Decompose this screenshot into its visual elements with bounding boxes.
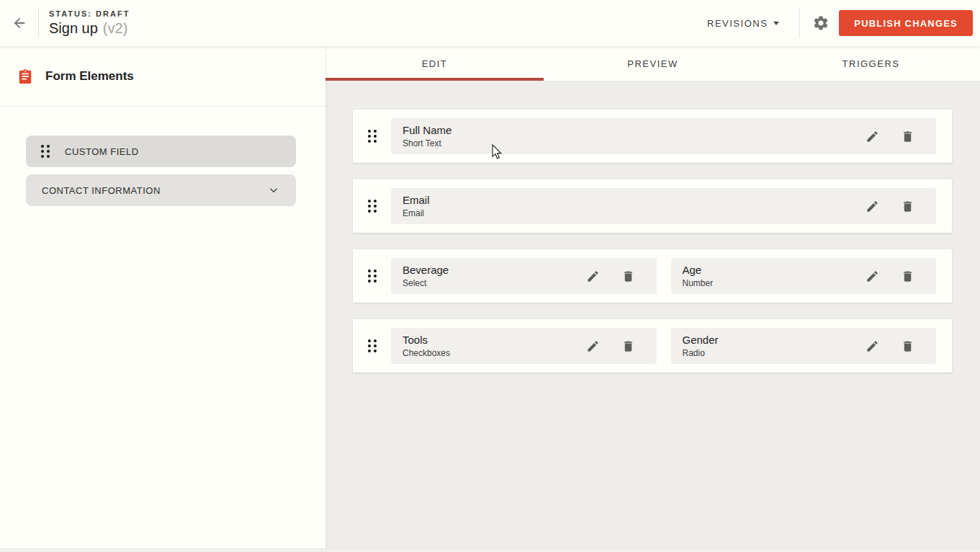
field-panel: Gender Radio [671,328,937,364]
trash-icon [621,339,635,353]
pencil-icon [586,270,600,283]
form-field-row: Full Name Short Text [353,110,952,163]
field-title: Email [403,194,430,206]
trash-icon [901,270,914,283]
pencil-icon [866,270,879,283]
trash-icon [901,130,914,143]
field-panel: Full Name Short Text [391,118,936,154]
drag-handle-icon [368,200,377,213]
row-drag-handle[interactable] [353,270,391,282]
edit-field-button[interactable] [866,200,879,213]
delete-field-button[interactable] [901,200,914,213]
delete-field-button[interactable] [901,339,914,353]
status-badge: STATUS: DRAFT [49,9,130,18]
sidebar-header: Form Elements [0,46,325,107]
tab-label: EDIT [422,58,448,69]
sidebar-item-label: CONTACT INFORMATION [42,185,161,196]
tab-edit[interactable]: EDIT [325,46,544,81]
edit-field-button[interactable] [866,270,879,283]
drag-handle-icon [368,270,377,282]
horizontal-scrollbar[interactable] [0,548,980,552]
row-drag-handle[interactable] [353,339,391,352]
field-panels: Email Email [391,188,936,224]
pencil-icon [866,200,879,213]
settings-button[interactable] [812,14,830,32]
sidebar-title: Form Elements [45,69,134,84]
pencil-icon [866,130,879,143]
pencil-icon [866,339,879,353]
field-title: Gender [683,334,719,346]
drag-handle-icon [368,339,377,352]
field-panels: Beverage Select Age Number [391,258,936,294]
chevron-down-icon [267,184,280,197]
field-title: Tools [403,334,450,346]
tab-bar: EDIT PREVIEW TRIGGERS [325,46,980,81]
field-panels: Full Name Short Text [391,118,936,154]
edit-field-button[interactable] [866,130,879,143]
field-panel: Beverage Select [391,258,657,294]
back-button[interactable] [0,0,38,46]
sidebar-item-label: CUSTOM FIELD [65,146,139,157]
delete-field-button[interactable] [621,270,635,283]
form-field-row: Beverage Select Age Number [353,249,952,303]
delete-field-button[interactable] [901,270,914,283]
arrow-left-icon [12,15,27,31]
revisions-dropdown[interactable]: REVISIONS [693,11,799,36]
page-title: Sign up [49,20,98,37]
clipboard-list-icon [17,67,33,86]
sidebar-item-custom-field[interactable]: CUSTOM FIELD [26,135,296,167]
delete-field-button[interactable] [621,339,635,353]
drag-handle-icon [368,130,377,143]
form-title-block: STATUS: DRAFT Sign up (v2) [49,9,130,37]
field-type: Number [683,278,714,288]
field-panel: Tools Checkboxes [391,328,657,364]
topbar: STATUS: DRAFT Sign up (v2) REVISIONS PUB… [0,0,980,46]
trash-icon [621,270,635,283]
tab-label: PREVIEW [627,58,678,69]
field-type: Select [403,278,449,288]
form-field-row: Email Email [353,179,952,233]
gear-icon [812,14,830,32]
topbar-divider-left [38,8,39,38]
pencil-icon [586,339,600,353]
tab-triggers[interactable]: TRIGGERS [762,46,980,81]
active-tab-underline [325,78,544,81]
caret-down-icon [773,22,779,25]
edit-field-button[interactable] [586,270,600,283]
form-version: (v2) [103,20,127,37]
field-title: Beverage [403,264,449,276]
tab-preview[interactable]: PREVIEW [544,46,762,81]
trash-icon [901,339,914,353]
tab-label: TRIGGERS [842,58,900,69]
revisions-label: REVISIONS [707,18,768,29]
field-type: Short Text [403,138,451,148]
sidebar: Form Elements CUSTOM FIELD CONTACT INFOR… [0,46,325,552]
publish-changes-button[interactable]: PUBLISH CHANGES [839,10,973,36]
field-panel: Age Number [671,258,937,294]
form-rows: Full Name Short Text Email Email [353,110,952,373]
field-type: Checkboxes [403,348,450,358]
field-panel: Email Email [391,188,936,224]
form-field-row: Tools Checkboxes Gender Radio [353,319,952,373]
sidebar-item-list: CUSTOM FIELD CONTACT INFORMATION [0,135,325,206]
field-title: Age [683,264,714,276]
edit-field-button[interactable] [866,339,879,353]
drag-handle-icon[interactable] [41,145,50,158]
row-drag-handle[interactable] [353,130,391,143]
field-type: Radio [683,348,719,358]
topbar-divider-right [799,8,800,38]
field-panels: Tools Checkboxes Gender Radio [391,328,936,364]
main-content: EDIT PREVIEW TRIGGERS Full Name Short Te… [325,46,980,552]
trash-icon [901,200,914,213]
sidebar-item-contact-information[interactable]: CONTACT INFORMATION [26,174,296,206]
delete-field-button[interactable] [901,130,914,143]
row-drag-handle[interactable] [353,200,391,213]
field-type: Email [403,208,430,218]
edit-field-button[interactable] [586,339,600,353]
field-title: Full Name [403,124,451,136]
